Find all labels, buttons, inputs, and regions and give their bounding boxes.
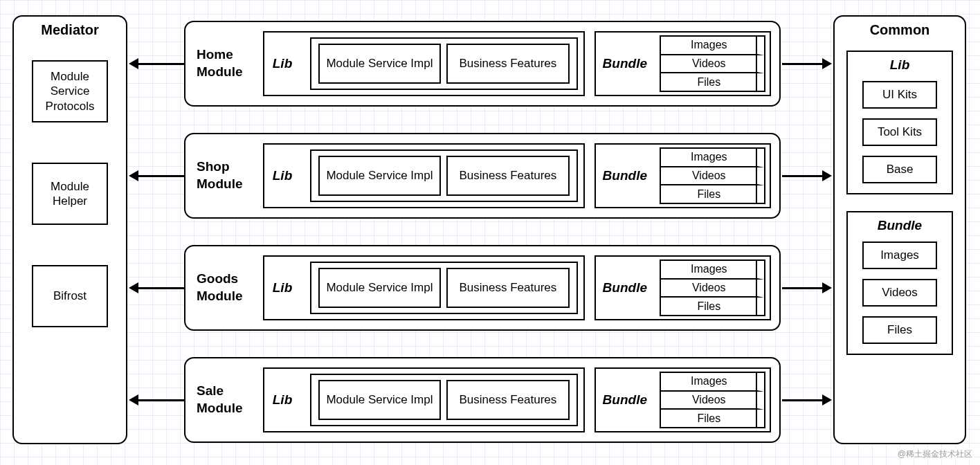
module-bundle-label: Bundle bbox=[603, 168, 660, 183]
module-bundle-label: Bundle bbox=[603, 392, 660, 408]
mediator-item: Module Service Protocols bbox=[32, 60, 108, 122]
module-bundle-item: Files bbox=[661, 73, 764, 91]
common-lib-item: Base bbox=[862, 156, 937, 183]
module-lib-item: Module Service Impl bbox=[318, 156, 441, 196]
module-bundle-item: Files bbox=[661, 298, 764, 315]
mediator-item: Bifrost bbox=[32, 265, 108, 327]
module-lib-item: Business Features bbox=[446, 268, 569, 308]
module-bundle-list: Images Videos Files bbox=[660, 372, 765, 428]
module-lib-inner: Module Service Impl Business Features bbox=[310, 374, 578, 426]
module-lib-item: Module Service Impl bbox=[318, 44, 441, 84]
module-bundle-list: Images Videos Files bbox=[660, 147, 765, 204]
module-bundle-item: Images bbox=[661, 373, 764, 392]
module-lib-label: Lib bbox=[273, 392, 310, 408]
module-name: Shop Module bbox=[197, 158, 263, 192]
module-bundle-label: Bundle bbox=[603, 56, 660, 71]
module-sale: Sale Module Lib Module Service Impl Busi… bbox=[184, 357, 781, 443]
module-lib-item: Module Service Impl bbox=[318, 380, 441, 420]
module-bundle-box: Bundle Images Videos Files bbox=[595, 143, 771, 208]
module-bundle-item: Images bbox=[661, 37, 764, 55]
module-name: Goods Module bbox=[197, 271, 263, 304]
common-bundle-group: Bundle Images Videos Files bbox=[846, 211, 953, 355]
module-bundle-item: Videos bbox=[661, 167, 764, 186]
module-lib-item: Business Features bbox=[446, 380, 569, 420]
module-bundle-item: Files bbox=[661, 185, 764, 203]
common-bundle-item: Videos bbox=[862, 279, 937, 307]
module-lib-label: Lib bbox=[273, 168, 310, 183]
module-bundle-box: Bundle Images Videos Files bbox=[595, 31, 771, 96]
common-title: Common bbox=[835, 22, 965, 38]
module-lib-inner: Module Service Impl Business Features bbox=[310, 37, 578, 90]
module-bundle-item: Images bbox=[661, 149, 764, 167]
module-bundle-item: Videos bbox=[661, 55, 764, 74]
module-bundle-label: Bundle bbox=[603, 280, 660, 295]
module-bundle-item: Videos bbox=[661, 392, 764, 410]
module-bundle-item: Images bbox=[661, 261, 764, 280]
module-lib-box: Lib Module Service Impl Business Feature… bbox=[263, 31, 585, 96]
module-lib-item: Business Features bbox=[446, 44, 569, 84]
module-lib-inner: Module Service Impl Business Features bbox=[310, 149, 578, 202]
module-bundle-box: Bundle Images Videos Files bbox=[595, 255, 771, 320]
module-lib-box: Lib Module Service Impl Business Feature… bbox=[263, 255, 585, 320]
module-lib-inner: Module Service Impl Business Features bbox=[310, 262, 578, 314]
common-bundle-item: Files bbox=[862, 316, 937, 344]
module-lib-item: Module Service Impl bbox=[318, 268, 441, 308]
module-lib-item: Business Features bbox=[446, 156, 569, 196]
mediator-item: Module Helper bbox=[32, 163, 108, 225]
module-shop: Shop Module Lib Module Service Impl Busi… bbox=[184, 133, 781, 219]
module-lib-box: Lib Module Service Impl Business Feature… bbox=[263, 143, 585, 208]
module-bundle-item: Files bbox=[661, 410, 764, 427]
common-column: Common Lib UI Kits Tool Kits Base Bundle… bbox=[833, 15, 966, 444]
common-lib-label: Lib bbox=[848, 57, 952, 73]
common-lib-group: Lib UI Kits Tool Kits Base bbox=[846, 51, 953, 194]
module-home: Home Module Lib Module Service Impl Busi… bbox=[184, 21, 781, 107]
module-bundle-list: Images Videos Files bbox=[660, 259, 765, 316]
mediator-title: Mediator bbox=[14, 22, 126, 38]
mediator-column: Mediator Module Service Protocols Module… bbox=[12, 15, 127, 444]
module-bundle-list: Images Videos Files bbox=[660, 35, 765, 92]
module-bundle-item: Videos bbox=[661, 280, 764, 298]
common-bundle-label: Bundle bbox=[848, 218, 952, 233]
module-name: Sale Module bbox=[197, 383, 263, 417]
module-lib-box: Lib Module Service Impl Business Feature… bbox=[263, 367, 585, 432]
module-bundle-box: Bundle Images Videos Files bbox=[595, 367, 771, 432]
module-goods: Goods Module Lib Module Service Impl Bus… bbox=[184, 245, 781, 331]
module-name: Home Module bbox=[197, 46, 263, 80]
common-lib-item: UI Kits bbox=[862, 81, 937, 109]
module-lib-label: Lib bbox=[273, 56, 310, 71]
common-lib-item: Tool Kits bbox=[862, 118, 937, 146]
module-lib-label: Lib bbox=[273, 280, 310, 295]
watermark: @稀土掘金技术社区 bbox=[896, 448, 974, 461]
common-bundle-item: Images bbox=[862, 241, 937, 269]
